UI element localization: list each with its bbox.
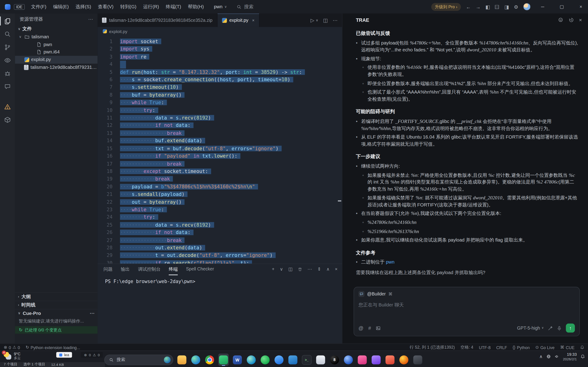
- terminal[interactable]: PS F:\edge browser\web-2day\pwn>: [97, 275, 342, 284]
- code-text[interactable]: ············data = s.recv(8192): [112, 221, 214, 229]
- activity-source-control[interactable]: [0, 43, 15, 51]
- menu-item[interactable]: 编辑(E): [50, 4, 72, 10]
- app-chrome-icon[interactable]: [204, 353, 215, 366]
- menu-item[interactable]: 转到(G): [117, 4, 140, 10]
- toggle-sidebar-icon[interactable]: ◧: [485, 4, 490, 9]
- code-text[interactable]: ············if re.search(r"flag{[^}]+}",…: [112, 259, 252, 264]
- code-text[interactable]: ····buf = bytearray(): [112, 91, 185, 99]
- code-text[interactable]: ············data = s.recv(8192): [112, 114, 214, 122]
- tray-clock[interactable]: 19:33 2026/2/1: [563, 352, 577, 361]
- panel-more-icon[interactable]: ⋯: [308, 267, 312, 272]
- app-billiards-icon[interactable]: 8: [329, 353, 340, 366]
- maximize-panel-icon[interactable]: ∧: [326, 267, 330, 272]
- avatar[interactable]: [523, 3, 531, 10]
- history-icon[interactable]: [569, 17, 574, 23]
- code-text[interactable]: ············t = out.decode("utf-8", erro…: [112, 252, 276, 259]
- code-text[interactable]: ············buf.extend(data): [112, 137, 205, 145]
- panel-tab[interactable]: 调试控制台: [138, 266, 161, 273]
- tree-item-talisman-12e9d8cabc8f7923183...[interactable]: talisman-12e9d8cabc8f7923183...: [15, 64, 97, 71]
- status-item[interactable]: 空格: 4: [460, 344, 473, 350]
- code-text[interactable]: ················break: [112, 236, 185, 244]
- code-text[interactable]: ············if "payload" in txt.lower():: [112, 152, 241, 160]
- code-text[interactable]: ········except socket.timeout:: [112, 168, 211, 175]
- app-notepad-icon[interactable]: [315, 353, 326, 366]
- terminal-dropdown-icon[interactable]: ∨: [280, 267, 283, 272]
- code-text[interactable]: ············out.extend(data): [112, 244, 205, 252]
- tray-overflow-icon[interactable]: ∧: [539, 354, 543, 359]
- mention-icon[interactable]: @: [359, 326, 363, 331]
- status-item[interactable]: CRLF: [496, 345, 507, 350]
- app-navigator-icon[interactable]: [343, 353, 354, 366]
- panel-tab[interactable]: 终端: [169, 266, 178, 273]
- app-pink-icon[interactable]: [357, 353, 367, 366]
- tree-item-talisman[interactable]: ∨talisman: [15, 33, 97, 41]
- global-search[interactable]: 搜索: [237, 4, 253, 10]
- app-firefox-icon[interactable]: [399, 353, 409, 366]
- breadcrumb[interactable]: exploit.py: [97, 27, 342, 36]
- toggle-secondary-sidebar-icon[interactable]: ◨: [504, 4, 509, 9]
- app-trae-icon[interactable]: [218, 353, 229, 366]
- code-text[interactable]: ············if not data:: [112, 229, 193, 236]
- app-terminal-icon[interactable]: >_: [302, 353, 312, 366]
- code-text[interactable]: ············if not data:: [112, 122, 193, 129]
- code-text[interactable]: ····out = bytearray(): [112, 198, 185, 206]
- resize-panel-icon[interactable]: ⇕: [317, 267, 321, 272]
- activity-search[interactable]: [0, 30, 15, 38]
- activity-preview[interactable]: [0, 56, 15, 65]
- back-icon[interactable]: ←: [466, 4, 471, 9]
- editor-tab-active[interactable]: exploit.py×: [217, 14, 259, 27]
- mic-icon[interactable]: [557, 326, 562, 331]
- notifications-bell-icon[interactable]: [580, 345, 584, 349]
- sidebar-more-icon[interactable]: ⋯: [88, 17, 93, 22]
- feedback-icon[interactable]: [558, 17, 563, 23]
- run-options-icon[interactable]: ∨: [316, 19, 318, 22]
- code-text[interactable]: ····s.sendall(payload): [112, 191, 188, 198]
- panel-tab[interactable]: Spell Checker: [186, 266, 214, 273]
- timeline-section[interactable]: › 时间线: [15, 301, 97, 309]
- code-text[interactable]: import re: [112, 53, 149, 61]
- panel-tab[interactable]: 输出: [121, 266, 130, 273]
- tree-item-pwn[interactable]: pwn: [15, 41, 97, 48]
- context-icon[interactable]: #: [368, 326, 371, 331]
- kill-terminal-icon[interactable]: [298, 267, 303, 272]
- activity-extensions[interactable]: [0, 116, 15, 124]
- enhance-prompt-icon[interactable]: [548, 326, 553, 331]
- app-edge-icon[interactable]: [190, 353, 201, 366]
- activity-debug[interactable]: [0, 69, 15, 77]
- chat-input-card[interactable]: @Builder ⌘ 您正在与 Builder 聊天 @ # GPT-5-hig…: [354, 287, 580, 336]
- model-selector[interactable]: GPT-5-high ∨: [517, 325, 544, 331]
- upgrade-pro-button[interactable]: 升级到 Pro ›: [431, 3, 461, 10]
- close-panel-icon[interactable]: ×: [579, 17, 582, 23]
- code-text[interactable]: [112, 61, 126, 68]
- cue-pro-section[interactable]: ∨ Cue-Pro ⋯: [15, 309, 97, 317]
- menu-item[interactable]: 选择(S): [72, 4, 95, 10]
- status-item[interactable]: ⌘CUE: [560, 345, 574, 350]
- problems-indicator[interactable]: ⊗ 0 ⚠ 0: [4, 345, 20, 350]
- editor-more-icon[interactable]: ⋯: [333, 18, 337, 23]
- app-gray-icon[interactable]: [413, 353, 423, 366]
- network-icon[interactable]: [546, 354, 551, 359]
- code-text[interactable]: import socket: [112, 38, 161, 45]
- taskbar-search[interactable]: 搜索: [104, 354, 173, 365]
- new-terminal-icon[interactable]: +: [272, 267, 275, 272]
- maximize-button[interactable]: ▢: [555, 5, 569, 9]
- notification-center-icon[interactable]: [580, 354, 585, 359]
- code-text[interactable]: ············txt = buf.decode("utf-8", er…: [112, 145, 282, 152]
- status-item[interactable]: UTF-8: [479, 345, 491, 350]
- code-text[interactable]: ····while True:: [112, 99, 167, 106]
- status-item[interactable]: {}Python: [513, 345, 530, 350]
- split-editor-icon[interactable]: ◫: [323, 18, 328, 23]
- app-edge-dev-icon[interactable]: [246, 353, 257, 366]
- workspace-switcher[interactable]: pwn ∨: [214, 4, 227, 9]
- tree-item-pwn.i64[interactable]: pwn.i64: [15, 48, 97, 56]
- split-terminal-icon[interactable]: ◫: [288, 267, 293, 272]
- activity-chat[interactable]: [0, 82, 15, 91]
- app-red-icon[interactable]: [385, 353, 395, 366]
- chat-input-placeholder[interactable]: 您正在与 Builder 聊天: [359, 302, 575, 308]
- files-section-header[interactable]: ∨ 文件: [15, 25, 97, 33]
- close-window-button[interactable]: ×: [574, 5, 588, 9]
- activity-explorer[interactable]: [0, 17, 15, 25]
- app-qq-icon[interactable]: [274, 353, 284, 366]
- weather-widget[interactable]: 4 9°C 多云: [4, 352, 20, 360]
- close-tab-icon[interactable]: ×: [252, 18, 255, 23]
